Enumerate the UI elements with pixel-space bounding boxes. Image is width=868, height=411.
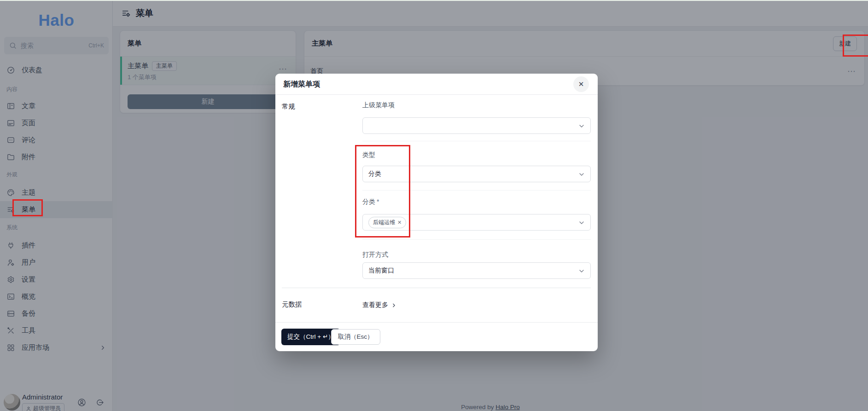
chevron-right-icon xyxy=(391,302,397,308)
field-divider xyxy=(362,239,591,240)
chevron-down-icon xyxy=(578,219,585,226)
group-label-general: 常规 xyxy=(282,102,295,111)
type-select[interactable]: 分类 xyxy=(362,166,591,182)
group-label-metadata: 元数据 xyxy=(282,300,302,309)
parent-field-label: 上级菜单项 xyxy=(362,101,395,110)
close-icon[interactable]: ✕ xyxy=(573,76,589,92)
app-root: Halo Ctrl+K 仪表盘 内容 文章 页面 xyxy=(0,0,868,411)
chevron-down-icon xyxy=(578,122,585,130)
required-asterisk: * xyxy=(377,198,379,205)
field-divider xyxy=(362,141,591,141)
field-divider xyxy=(362,190,591,191)
view-more-label: 查看更多 xyxy=(362,301,388,309)
view-more-link[interactable]: 查看更多 xyxy=(362,301,397,309)
category-select[interactable]: 后端运维 ✕ xyxy=(362,214,591,231)
target-field-label: 打开方式 xyxy=(362,251,388,259)
modal-footer-divider xyxy=(275,322,598,323)
cancel-button[interactable]: 取消（Esc） xyxy=(331,329,380,345)
modal-title: 新增菜单项 xyxy=(283,80,320,89)
remove-tag-icon[interactable]: ✕ xyxy=(397,220,402,226)
tag-label: 后端运维 xyxy=(373,219,395,226)
window-top-edge xyxy=(0,0,868,1)
parent-select[interactable] xyxy=(362,117,591,134)
group-divider xyxy=(282,288,591,288)
selected-tag: 后端运维 ✕ xyxy=(368,217,406,228)
type-select-value: 分类 xyxy=(368,170,381,178)
category-field-label: 分类* xyxy=(362,198,379,206)
type-field-label: 类型 xyxy=(362,151,375,159)
modal-header-divider xyxy=(275,94,598,95)
target-select[interactable]: 当前窗口 xyxy=(362,262,591,279)
new-menu-item-modal: 新增菜单项 ✕ 常规 上级菜单项 类型 分类 分类* 后端运维 ✕ 打开方 xyxy=(275,74,598,351)
chevron-down-icon xyxy=(578,171,585,178)
target-select-value: 当前窗口 xyxy=(368,266,394,275)
chevron-down-icon xyxy=(578,267,585,275)
